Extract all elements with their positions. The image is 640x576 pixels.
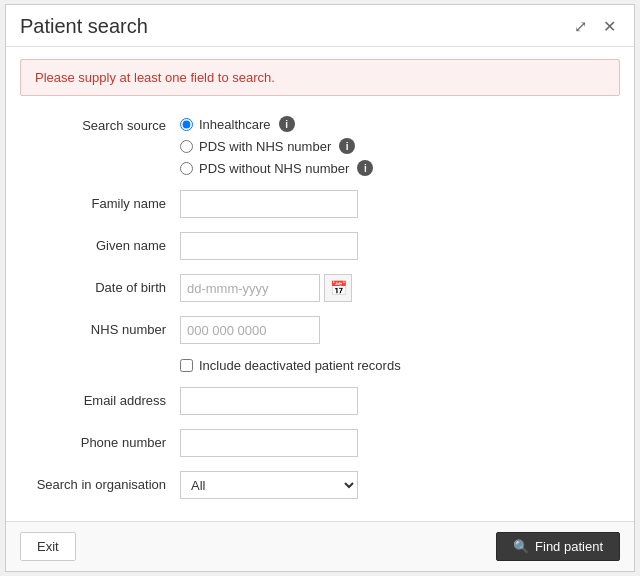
radio-pds-nhs-input[interactable] bbox=[180, 140, 193, 153]
family-name-label: Family name bbox=[20, 190, 180, 211]
search-org-label: Search in organisation bbox=[20, 471, 180, 492]
email-label: Email address bbox=[20, 387, 180, 408]
radio-inhealthcare-label: Inhealthcare bbox=[199, 117, 271, 132]
phone-row: Phone number bbox=[20, 429, 620, 457]
modal-footer: Exit 🔍 Find patient bbox=[6, 521, 634, 571]
calendar-icon: 📅 bbox=[330, 280, 347, 296]
pds-no-nhs-info-icon[interactable]: i bbox=[357, 160, 373, 176]
phone-label: Phone number bbox=[20, 429, 180, 450]
given-name-label: Given name bbox=[20, 232, 180, 253]
inhealthcare-info-icon[interactable]: i bbox=[279, 116, 295, 132]
pds-nhs-info-icon[interactable]: i bbox=[339, 138, 355, 154]
exit-label: Exit bbox=[37, 539, 59, 554]
alert-warning: Please supply at least one field to sear… bbox=[20, 59, 620, 96]
modal-title: Patient search bbox=[20, 15, 148, 38]
given-name-row: Given name bbox=[20, 232, 620, 260]
phone-input[interactable] bbox=[180, 429, 358, 457]
family-name-row: Family name bbox=[20, 190, 620, 218]
radio-pds-no-nhs-input[interactable] bbox=[180, 162, 193, 175]
radio-pds-nhs[interactable]: PDS with NHS number i bbox=[180, 138, 373, 154]
radio-inhealthcare[interactable]: Inhealthcare i bbox=[180, 116, 373, 132]
expand-icon: ⤢ bbox=[574, 18, 587, 35]
close-button[interactable]: ✕ bbox=[599, 15, 620, 38]
search-org-row: Search in organisation All bbox=[20, 471, 620, 499]
header-icons: ⤢ ✕ bbox=[570, 15, 620, 38]
close-icon: ✕ bbox=[603, 18, 616, 35]
search-org-select[interactable]: All bbox=[180, 471, 358, 499]
include-deactivated-text: Include deactivated patient records bbox=[199, 358, 401, 373]
search-icon: 🔍 bbox=[513, 539, 529, 554]
family-name-input[interactable] bbox=[180, 190, 358, 218]
radio-pds-no-nhs-label: PDS without NHS number bbox=[199, 161, 349, 176]
exit-button[interactable]: Exit bbox=[20, 532, 76, 561]
find-patient-label: Find patient bbox=[535, 539, 603, 554]
given-name-input[interactable] bbox=[180, 232, 358, 260]
radio-pds-no-nhs[interactable]: PDS without NHS number i bbox=[180, 160, 373, 176]
alert-message: Please supply at least one field to sear… bbox=[35, 70, 275, 85]
find-patient-button[interactable]: 🔍 Find patient bbox=[496, 532, 620, 561]
radio-pds-nhs-label: PDS with NHS number bbox=[199, 139, 331, 154]
expand-button[interactable]: ⤢ bbox=[570, 15, 591, 38]
calendar-button[interactable]: 📅 bbox=[324, 274, 352, 302]
modal-body: Please supply at least one field to sear… bbox=[6, 47, 634, 521]
dob-input[interactable] bbox=[180, 274, 320, 302]
search-source-row: Search source Inhealthcare i PDS with NH… bbox=[20, 112, 620, 176]
nhs-number-input[interactable] bbox=[180, 316, 320, 344]
modal-header: Patient search ⤢ ✕ bbox=[6, 5, 634, 47]
radio-inhealthcare-input[interactable] bbox=[180, 118, 193, 131]
search-source-label: Search source bbox=[20, 112, 180, 133]
include-deactivated-label[interactable]: Include deactivated patient records bbox=[180, 358, 401, 373]
include-deactivated-row: Include deactivated patient records bbox=[20, 358, 620, 373]
email-row: Email address bbox=[20, 387, 620, 415]
patient-search-modal: Patient search ⤢ ✕ Please supply at leas… bbox=[5, 4, 635, 572]
dob-label: Date of birth bbox=[20, 274, 180, 295]
include-deactivated-checkbox[interactable] bbox=[180, 359, 193, 372]
dob-row: Date of birth 📅 bbox=[20, 274, 620, 302]
nhs-number-label: NHS number bbox=[20, 316, 180, 337]
dob-wrapper: 📅 bbox=[180, 274, 352, 302]
nhs-number-row: NHS number bbox=[20, 316, 620, 344]
email-input[interactable] bbox=[180, 387, 358, 415]
search-source-options: Inhealthcare i PDS with NHS number i PDS… bbox=[180, 112, 373, 176]
